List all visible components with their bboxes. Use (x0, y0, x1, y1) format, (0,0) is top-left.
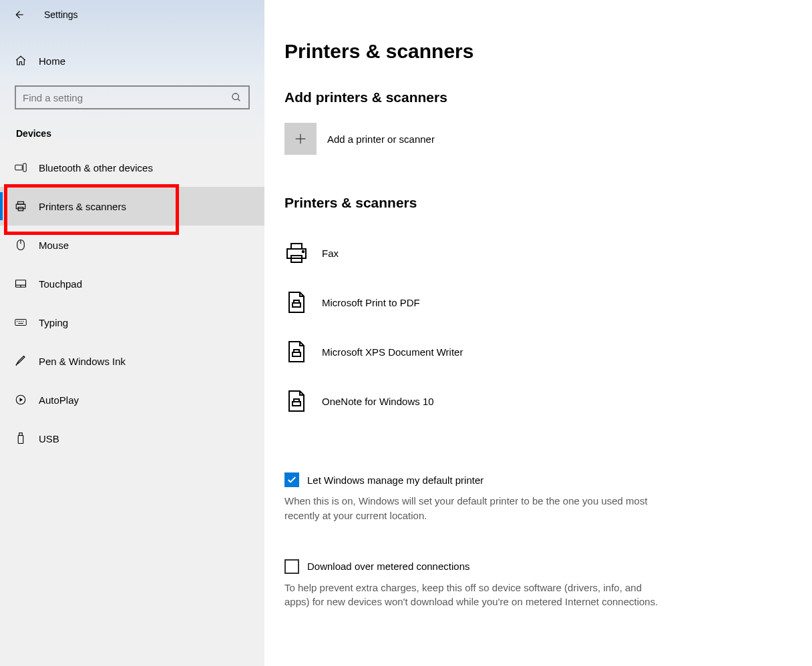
sidebar-item-label: Pen & Windows Ink (39, 356, 126, 367)
mouse-icon (15, 239, 27, 251)
sidebar-item-label: Bluetooth & other devices (39, 162, 153, 174)
svg-rect-4 (16, 204, 25, 209)
default-printer-help: When this is on, Windows will set your d… (284, 494, 658, 523)
usb-icon (15, 432, 27, 444)
svg-point-13 (19, 321, 19, 322)
svg-point-15 (23, 321, 23, 322)
metered-checkbox[interactable]: Download over metered connections (284, 559, 792, 574)
home-nav[interactable]: Home (0, 47, 264, 75)
svg-rect-2 (23, 163, 27, 172)
plus-icon (284, 123, 317, 155)
printer-icon (15, 200, 27, 212)
pen-icon (15, 355, 27, 367)
sidebar-item-label: Touchpad (39, 278, 82, 290)
add-section-heading: Add printers & scanners (284, 89, 792, 105)
search-icon (231, 92, 242, 103)
section-label: Devices (0, 109, 264, 148)
metered-help: To help prevent extra charges, keep this… (284, 581, 658, 610)
sidebar-item-printers[interactable]: Printers & scanners (0, 187, 264, 226)
main-content: Printers & scanners Add printers & scann… (264, 0, 812, 666)
printers-section-heading: Printers & scanners (284, 195, 792, 211)
svg-rect-29 (294, 350, 299, 352)
page-title: Printers & scanners (284, 40, 792, 63)
svg-point-12 (17, 321, 17, 322)
sidebar-item-typing[interactable]: Typing (0, 303, 264, 342)
svg-point-0 (232, 93, 238, 99)
home-icon (15, 55, 27, 67)
touchpad-icon (15, 278, 27, 290)
window-title: Settings (44, 9, 78, 20)
add-printer-label: Add a printer or scanner (327, 133, 435, 145)
sidebar-item-autoplay[interactable]: AutoPlay (0, 380, 264, 419)
autoplay-icon (15, 394, 27, 406)
printer-label: OneNote for Windows 10 (322, 396, 434, 407)
sidebar-item-label: USB (39, 433, 59, 444)
add-printer-button[interactable]: Add a printer or scanner (284, 123, 792, 155)
document-printer-icon (284, 290, 309, 314)
sidebar-item-label: Printers & scanners (39, 201, 126, 212)
sidebar: Settings Home Devices Bluetooth & oth (0, 0, 264, 666)
default-printer-checkbox[interactable]: Let Windows manage my default printer (284, 472, 792, 487)
sidebar-item-pen[interactable]: Pen & Windows Ink (0, 342, 264, 380)
printer-item-pdf[interactable]: Microsoft Print to PDF (284, 278, 792, 327)
sidebar-item-usb[interactable]: USB (0, 419, 264, 458)
sidebar-item-bluetooth[interactable]: Bluetooth & other devices (0, 148, 264, 187)
sidebar-item-label: Mouse (39, 240, 69, 251)
printer-item-fax[interactable]: Fax (284, 228, 792, 278)
printer-label: Microsoft Print to PDF (322, 297, 420, 308)
printer-item-onenote[interactable]: OneNote for Windows 10 (284, 376, 792, 426)
svg-point-14 (21, 321, 21, 322)
svg-rect-1 (15, 165, 23, 170)
sidebar-item-label: AutoPlay (39, 394, 79, 406)
sidebar-item-mouse[interactable]: Mouse (0, 226, 264, 264)
printer-label: Microsoft XPS Document Writer (322, 346, 463, 358)
sidebar-item-touchpad[interactable]: Touchpad (0, 264, 264, 303)
home-label: Home (39, 55, 65, 67)
svg-rect-27 (294, 300, 299, 303)
fax-icon (284, 241, 309, 265)
arrow-left-icon (13, 9, 25, 21)
checkbox-unchecked-icon (284, 559, 299, 574)
checkbox-checked-icon (284, 472, 299, 487)
svg-rect-19 (18, 436, 23, 444)
svg-rect-22 (291, 244, 302, 249)
devices-icon (15, 161, 27, 174)
svg-point-25 (302, 251, 304, 253)
keyboard-icon (15, 316, 27, 328)
search-field[interactable] (23, 92, 231, 103)
document-printer-icon (284, 389, 309, 413)
metered-label: Download over metered connections (307, 561, 469, 572)
back-button[interactable] (12, 8, 25, 21)
printer-item-xps[interactable]: Microsoft XPS Document Writer (284, 327, 792, 376)
svg-rect-11 (15, 320, 27, 326)
svg-rect-31 (294, 399, 299, 402)
default-printer-label: Let Windows manage my default printer (307, 474, 483, 486)
document-printer-icon (284, 340, 309, 364)
sidebar-item-label: Typing (39, 317, 68, 328)
search-input[interactable] (15, 85, 250, 109)
printer-label: Fax (322, 248, 339, 259)
